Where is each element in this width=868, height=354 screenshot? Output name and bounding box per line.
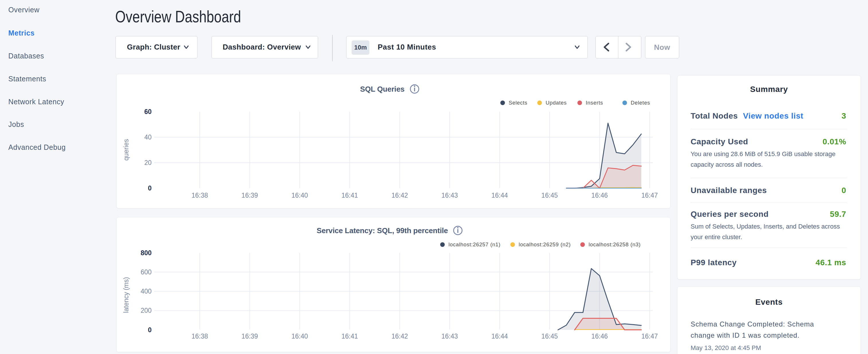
svg-text:16:47: 16:47 [641, 192, 658, 199]
svg-text:0: 0 [148, 185, 152, 192]
svg-text:40: 40 [144, 133, 152, 141]
svg-text:16:38: 16:38 [191, 332, 208, 340]
svg-text:16:44: 16:44 [492, 332, 508, 340]
svg-text:16:39: 16:39 [242, 192, 258, 199]
svg-text:16:41: 16:41 [342, 332, 358, 340]
svg-text:400: 400 [141, 288, 152, 295]
svg-text:16:45: 16:45 [541, 192, 558, 199]
svg-text:800: 800 [141, 249, 152, 257]
svg-text:16:43: 16:43 [441, 332, 458, 340]
svg-text:16:42: 16:42 [392, 192, 408, 199]
svg-text:16:39: 16:39 [242, 332, 258, 340]
svg-text:latency (ms): latency (ms) [122, 277, 130, 313]
svg-text:200: 200 [141, 307, 152, 314]
svg-text:16:40: 16:40 [291, 332, 308, 340]
svg-text:16:41: 16:41 [342, 192, 358, 199]
svg-text:16:45: 16:45 [541, 332, 558, 340]
svg-text:0: 0 [148, 326, 152, 334]
svg-text:16:44: 16:44 [492, 192, 508, 199]
svg-text:16:46: 16:46 [591, 192, 608, 199]
svg-text:16:46: 16:46 [591, 332, 608, 340]
svg-text:16:43: 16:43 [441, 192, 458, 199]
svg-text:16:40: 16:40 [291, 192, 308, 199]
svg-text:16:38: 16:38 [191, 192, 208, 199]
svg-text:60: 60 [144, 108, 152, 116]
svg-text:queries: queries [122, 139, 130, 160]
svg-text:600: 600 [141, 268, 152, 276]
svg-text:16:47: 16:47 [641, 332, 658, 340]
svg-text:20: 20 [144, 159, 152, 166]
svg-text:16:42: 16:42 [392, 332, 408, 340]
